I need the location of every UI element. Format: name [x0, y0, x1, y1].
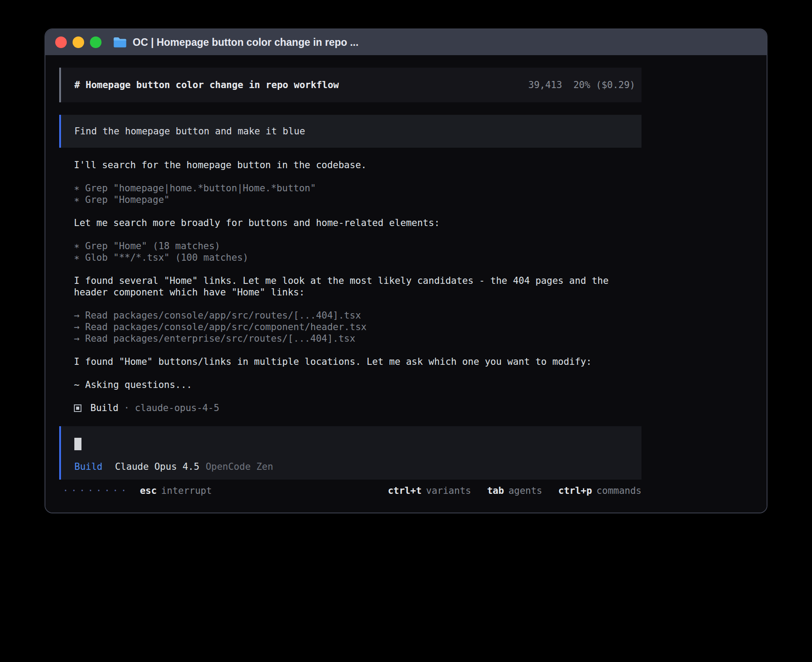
shortcut-agents[interactable]: tabagents [487, 485, 542, 496]
prompt-input[interactable]: Build Claude Opus 4.5 OpenCode Zen [59, 426, 641, 480]
progress-dots: ········ [63, 485, 129, 496]
titlebar: OC | Homepage button color change in rep… [45, 29, 767, 55]
session-stats: 39,413 20% ($0.29) [528, 79, 635, 91]
tool-call-glob: ∗ Glob "**/*.tsx" (100 matches) [74, 252, 641, 263]
terminal-content: # Homepage button color change in repo w… [45, 55, 767, 513]
folder-icon [113, 37, 127, 48]
agent-separator: · [124, 402, 130, 414]
close-button[interactable] [55, 36, 67, 48]
shortcut-variants[interactable]: ctrl+tvariants [388, 485, 471, 496]
tool-call-grep: ∗ Grep "Homepage" [74, 194, 641, 206]
text-cursor [74, 438, 81, 450]
tool-call-grep: ∗ Grep "Home" (18 matches) [74, 240, 641, 252]
traffic-lights [55, 36, 102, 48]
model-label[interactable]: Claude Opus 4.5 [115, 461, 199, 472]
user-message: Find the homepage button and make it blu… [59, 115, 641, 148]
terminal-window: OC | Homepage button color change in rep… [45, 28, 767, 513]
session-title: # Homepage button color change in repo w… [74, 79, 339, 91]
minimize-button[interactable] [73, 36, 84, 48]
transcript: I'll search for the homepage button in t… [59, 159, 641, 391]
user-message-text: Find the homepage button and make it blu… [74, 125, 305, 137]
agent-status-row: Build · claude-opus-4-5 [59, 402, 641, 414]
tool-call-read: → Read packages/console/app/src/componen… [74, 321, 641, 333]
session-header: # Homepage button color change in repo w… [59, 68, 641, 102]
provider-label: OpenCode Zen [206, 461, 273, 472]
input-meta: Build Claude Opus 4.5 OpenCode Zen [74, 461, 635, 472]
agent-square-icon [74, 404, 81, 412]
tool-call-read: → Read packages/console/app/src/routes/[… [74, 310, 641, 321]
assistant-text: Let me search more broadly for buttons a… [74, 217, 641, 229]
tool-call-grep: ∗ Grep "homepage|home.*button|Home.*butt… [74, 182, 641, 194]
assistant-text: I found "Home" buttons/links in multiple… [74, 356, 641, 367]
maximize-button[interactable] [90, 36, 102, 48]
agent-name: Build [90, 402, 118, 414]
window-title: OC | Homepage button color change in rep… [133, 36, 358, 48]
assistant-text: I'll search for the homepage button in t… [74, 159, 641, 171]
esc-key[interactable]: esc [140, 485, 157, 496]
agent-mode-label[interactable]: Build [74, 461, 102, 472]
status-bar: ········ esc interrupt ctrl+tvariants ta… [59, 485, 641, 496]
assistant-text: I found several "Home" links. Let me loo… [74, 275, 641, 298]
esc-key-label: interrupt [161, 485, 212, 496]
shortcut-commands[interactable]: ctrl+pcommands [558, 485, 641, 496]
tool-call-read: → Read packages/enterprise/src/routes/[.… [74, 333, 641, 344]
agent-model: claude-opus-4-5 [135, 402, 219, 414]
assistant-status-text: ~ Asking questions... [74, 379, 641, 391]
